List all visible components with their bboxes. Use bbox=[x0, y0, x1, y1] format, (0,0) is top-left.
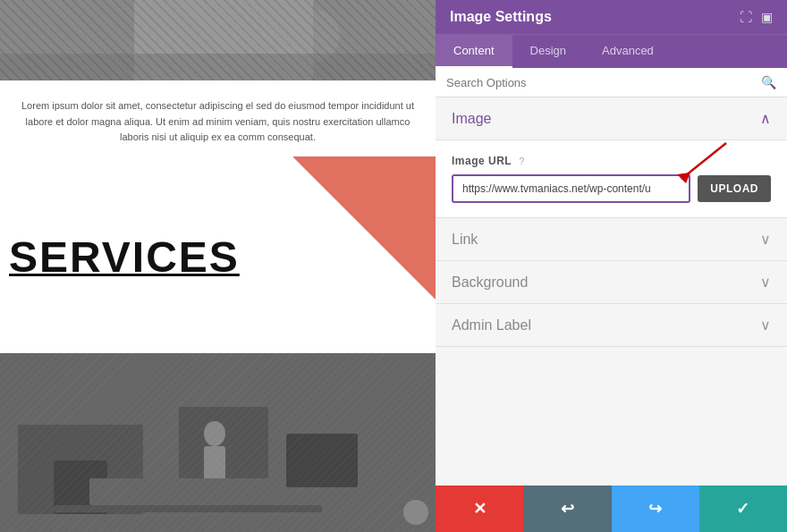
image-url-help[interactable]: ? bbox=[519, 156, 524, 166]
canvas-area: Lorem ipsum dolor sit amet, consectetur … bbox=[0, 0, 436, 532]
svg-rect-12 bbox=[89, 478, 143, 505]
svg-rect-8 bbox=[286, 434, 358, 487]
pink-triangle bbox=[292, 156, 436, 300]
svg-rect-5 bbox=[18, 425, 143, 514]
panel: Image Settings ⛶ ▣ Content Design Advanc… bbox=[436, 0, 787, 532]
panel-footer: ✕ ↩ ↪ ✓ bbox=[436, 486, 787, 532]
image-url-label: Image URL bbox=[452, 155, 512, 167]
section-header-image[interactable]: Image ∧ bbox=[436, 97, 787, 140]
section-header-admin-label[interactable]: Admin Label ∨ bbox=[436, 304, 787, 347]
canvas-top-image bbox=[0, 0, 436, 80]
svg-rect-7 bbox=[179, 407, 268, 478]
undo-button[interactable]: ↩ bbox=[523, 486, 611, 532]
panel-title: Image Settings bbox=[450, 9, 552, 25]
canvas-text: Lorem ipsum dolor sit amet, consectetur … bbox=[0, 80, 436, 156]
panel-content: Image ∧ Image URL ? UPLOAD Link ∨ bbox=[436, 97, 787, 486]
redo-icon: ↪ bbox=[648, 499, 662, 519]
canvas-bottom-image bbox=[0, 353, 436, 532]
panel-header-icons: ⛶ ▣ bbox=[740, 10, 773, 24]
section-title-background: Background bbox=[452, 274, 528, 291]
section-title-admin-label: Admin Label bbox=[452, 317, 531, 334]
section-title-link: Link bbox=[452, 232, 478, 248]
section-arrow-link: ∨ bbox=[760, 231, 771, 248]
layout-icon[interactable]: ▣ bbox=[761, 10, 773, 24]
canvas-middle: SERVICES bbox=[0, 156, 436, 353]
svg-rect-10 bbox=[204, 446, 225, 482]
cancel-icon: ✕ bbox=[473, 499, 487, 519]
section-header-link[interactable]: Link ∨ bbox=[436, 218, 787, 261]
expand-icon[interactable]: ⛶ bbox=[740, 10, 752, 24]
svg-rect-3 bbox=[0, 54, 436, 80]
confirm-icon: ✓ bbox=[736, 499, 749, 519]
svg-rect-1 bbox=[134, 0, 313, 80]
svg-point-2 bbox=[286, 9, 340, 63]
section-arrow-admin-label: ∨ bbox=[760, 317, 771, 334]
section-header-background[interactable]: Background ∨ bbox=[436, 261, 787, 304]
cancel-button[interactable]: ✕ bbox=[436, 486, 523, 532]
redo-button[interactable]: ↪ bbox=[612, 486, 699, 532]
section-arrow-image: ∧ bbox=[760, 110, 771, 127]
svg-rect-13 bbox=[179, 478, 233, 505]
url-input-row: UPLOAD bbox=[452, 174, 771, 203]
field-label-row: Image URL ? bbox=[452, 155, 771, 167]
services-heading: SERVICES bbox=[9, 232, 240, 282]
svg-point-9 bbox=[204, 421, 225, 446]
svg-rect-0 bbox=[0, 0, 436, 80]
confirm-button[interactable]: ✓ bbox=[699, 486, 787, 532]
tab-advanced[interactable]: Advanced bbox=[584, 35, 672, 68]
tab-content[interactable]: Content bbox=[436, 35, 512, 68]
panel-header: Image Settings ⛶ ▣ bbox=[436, 0, 787, 34]
panel-search-bar: 🔍 bbox=[436, 68, 787, 97]
upload-button[interactable]: UPLOAD bbox=[698, 175, 771, 202]
svg-rect-11 bbox=[54, 505, 322, 512]
tab-design[interactable]: Design bbox=[512, 35, 584, 68]
search-input[interactable] bbox=[446, 76, 754, 89]
panel-tabs: Content Design Advanced bbox=[436, 34, 787, 68]
svg-rect-6 bbox=[54, 460, 107, 514]
section-arrow-background: ∨ bbox=[760, 274, 771, 291]
section-body-image: Image URL ? UPLOAD bbox=[436, 140, 787, 218]
svg-rect-4 bbox=[0, 353, 436, 532]
image-url-input[interactable] bbox=[452, 174, 690, 203]
section-title-image: Image bbox=[452, 111, 491, 127]
search-icon: 🔍 bbox=[761, 75, 776, 89]
canvas-scroll-indicator bbox=[403, 500, 428, 525]
undo-icon: ↩ bbox=[561, 499, 574, 519]
